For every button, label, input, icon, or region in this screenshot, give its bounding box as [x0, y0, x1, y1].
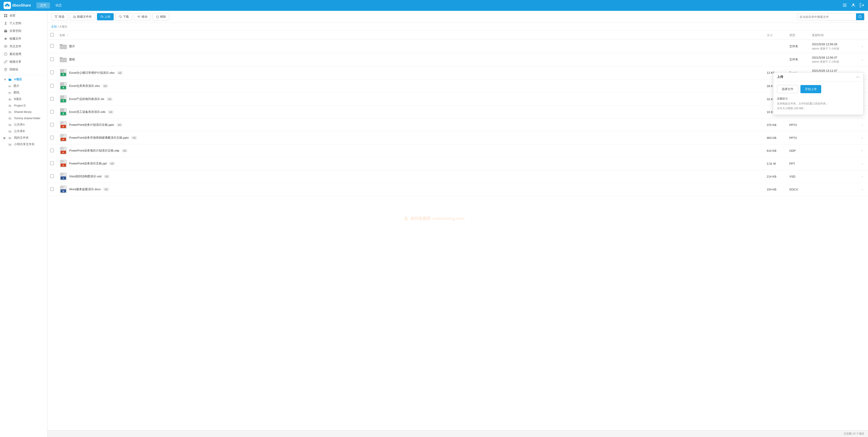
file-name-text[interactable]: 图纸	[69, 57, 75, 61]
row-time-cell: 2021/5/28 12:56:28admin 更新于 2 小时前	[809, 40, 859, 53]
row-checkbox[interactable]	[50, 187, 54, 191]
row-checkbox[interactable]	[50, 174, 54, 178]
row-checkbox-cell	[48, 40, 57, 53]
file-name-text[interactable]: Visio组织结构图演示.vsd	[69, 174, 101, 178]
row-checkbox[interactable]	[50, 57, 54, 61]
new-folder-button[interactable]: 新建文件夹	[70, 13, 95, 20]
row-expand-button[interactable]: ›	[862, 149, 863, 152]
tree-item-public-a[interactable]: 公共库A	[0, 121, 47, 128]
row-expand-button[interactable]: ›	[862, 44, 863, 48]
row-checkbox[interactable]	[50, 123, 54, 126]
row-expand-button[interactable]: ›	[862, 162, 863, 165]
select-all-checkbox[interactable]	[50, 33, 54, 37]
tree-item-a-images[interactable]: 图片	[0, 83, 47, 89]
sidebar-item-shared-space[interactable]: 共享空间	[0, 27, 47, 35]
tree-item-project-d[interactable]: Project D	[0, 103, 47, 109]
file-icon-ppt: P	[59, 159, 67, 168]
row-checkbox[interactable]	[50, 70, 54, 74]
row-expand-button[interactable]: ›	[862, 57, 863, 61]
sidebar-item-watched[interactable]: 关注文件	[0, 42, 47, 50]
choose-file-button[interactable]: 选择文件	[777, 85, 798, 93]
row-expand-button[interactable]: ›	[862, 136, 863, 140]
tree-item-xiao-shared[interactable]: 小明共享文件夹	[0, 141, 47, 148]
start-upload-button[interactable]: 开始上传	[800, 85, 821, 93]
file-name-text[interactable]: Excel员工设备库存演示.ods	[69, 110, 105, 114]
sort-icon[interactable]: ↕	[67, 33, 68, 37]
file-name-container: X Excel办公楼日常维护计划演示.xlsx v1	[59, 69, 761, 77]
sidebar-item-all[interactable]: 全部	[0, 12, 47, 20]
file-name-text[interactable]: Excel仓库库存演示.xlsx	[69, 84, 100, 88]
row-time-cell	[809, 119, 859, 132]
file-name-text[interactable]: PowerPoint业务市场营销玻璃窗演示文稿.pptx	[69, 136, 129, 140]
row-checkbox[interactable]	[50, 149, 54, 152]
download-button[interactable]: 下载	[116, 13, 132, 20]
row-checkbox[interactable]	[50, 84, 54, 88]
row-expand-button[interactable]: ›	[862, 187, 863, 191]
filter-button[interactable]: 筛选	[51, 13, 68, 20]
search-button[interactable]	[856, 13, 864, 20]
sidebar-item-link-share[interactable]: 链接分享	[0, 58, 47, 66]
file-name-container: X Excel员工设备库存演示.ods v1	[59, 108, 761, 116]
menu-icon[interactable]	[842, 3, 847, 8]
sidebar-item-personal[interactable]: 个人空间	[0, 20, 47, 27]
svg-rect-75	[61, 148, 64, 149]
file-name-text[interactable]: Excel产品价格列表演示.xls	[69, 97, 104, 101]
logout-icon[interactable]	[860, 3, 864, 8]
svg-text:P: P	[63, 139, 64, 141]
file-name-text[interactable]: PowerPoint业务演示文稿.ppt	[69, 162, 107, 166]
file-name-text[interactable]: 图片	[69, 44, 75, 49]
row-checkbox[interactable]	[50, 162, 54, 165]
tree-item-public-b[interactable]: 公共库B	[0, 128, 47, 135]
search-input[interactable]	[797, 15, 856, 19]
tab-files[interactable]: 文件	[36, 2, 50, 8]
file-name-text[interactable]: PowerPoint业务计划演示文稿.pptx	[69, 123, 114, 127]
th-action	[859, 31, 868, 40]
tree-item-my-folder[interactable]: ▶ 我的文件夹	[0, 135, 47, 141]
svg-rect-97	[61, 188, 63, 188]
app-header: dboxShare 文件 动态	[0, 0, 868, 11]
tree-item-a-project[interactable]: ▼ A项目	[0, 76, 47, 83]
row-checkbox-cell	[48, 183, 57, 196]
grid-icon	[4, 13, 8, 18]
row-expand-button[interactable]: ›	[862, 123, 863, 127]
svg-rect-62	[61, 123, 63, 124]
tree-item-a-drawings[interactable]: 图纸	[0, 89, 47, 96]
sidebar-item-favorites[interactable]: 收藏文件	[0, 35, 47, 42]
sidebar-item-trash[interactable]: 回收站	[0, 66, 47, 73]
svg-marker-12	[4, 37, 7, 40]
row-expand-button[interactable]: ›	[862, 174, 863, 178]
tab-activity[interactable]: 动态	[52, 2, 65, 8]
breadcrumb-all[interactable]: 全部	[51, 25, 57, 28]
svg-rect-46	[61, 97, 64, 97]
row-checkbox[interactable]	[50, 44, 54, 48]
file-name-text[interactable]: Excel办公楼日常维护计划演示.xlsx	[69, 71, 115, 75]
dialog-close-button[interactable]: —	[856, 75, 860, 79]
user-icon[interactable]	[851, 3, 856, 8]
tree-item-tommy-shared[interactable]: Tommy shared folder	[0, 115, 47, 121]
delete-button[interactable]: 移除	[153, 13, 169, 20]
row-checkbox-cell	[48, 106, 57, 119]
move-button[interactable]: 移动	[134, 13, 151, 20]
sidebar-label-watched: 关注文件	[9, 44, 21, 49]
file-name-text[interactable]: PowerPoint业务项目计划演示文稿.odp	[69, 149, 119, 153]
new-folder-icon	[73, 15, 76, 18]
sidebar: 全部 个人空间 共享空间 收藏文件	[0, 11, 48, 437]
upload-button[interactable]: 上传	[97, 13, 114, 20]
row-time-cell: 2021/5/28 12:56:37admin 更新于 2 小时前	[809, 53, 859, 66]
row-action-cell: ›	[859, 53, 868, 66]
row-type-cell: 文件夹	[786, 53, 809, 66]
row-checkbox[interactable]	[50, 110, 54, 114]
row-size-cell: 3.31 M	[764, 157, 786, 170]
tree-item-shared-library[interactable]: Shared library	[0, 109, 47, 115]
sidebar-item-recent[interactable]: 最近使用	[0, 50, 47, 58]
file-name-text[interactable]: Word服务提案演示.docx	[69, 187, 101, 192]
row-checkbox[interactable]	[50, 136, 54, 139]
file-icon-odp: P	[59, 147, 67, 155]
tree-item-b-project[interactable]: B项目	[0, 96, 47, 103]
th-type: 类型	[786, 31, 809, 40]
row-checkbox-cell	[48, 119, 57, 132]
row-action-cell: ›	[859, 183, 868, 196]
logo: dboxShare	[4, 2, 31, 9]
svg-rect-31	[61, 71, 63, 72]
row-checkbox[interactable]	[50, 97, 54, 101]
